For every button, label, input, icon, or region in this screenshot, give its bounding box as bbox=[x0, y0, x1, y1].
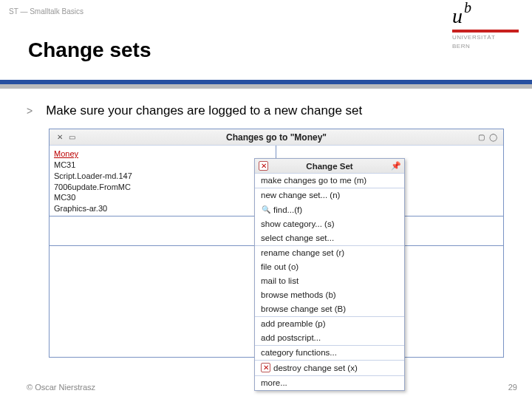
menu-item-find[interactable]: 🔍 find...(f) bbox=[255, 202, 404, 217]
menu-item-mail[interactable]: mail to list bbox=[255, 274, 404, 288]
list-item[interactable]: Graphics-ar.30 bbox=[54, 203, 271, 214]
menu-item-file-out[interactable]: file out (o) bbox=[255, 260, 404, 274]
slide-header: ST — Smalltalk Basics Change sets ub UNI… bbox=[0, 0, 532, 80]
expand-icon[interactable]: ◯ bbox=[488, 133, 497, 142]
menu-item-select-changeset[interactable]: select change set... bbox=[255, 231, 404, 245]
list-item[interactable]: Money bbox=[54, 149, 271, 160]
bullet-text: Make sure your changes are logged to a n… bbox=[46, 103, 362, 118]
university-logo: ub UNIVERSITÄT BERN bbox=[452, 4, 519, 50]
list-item[interactable]: Script.Loader-md.147 bbox=[54, 171, 271, 182]
selector-pane-left[interactable] bbox=[50, 216, 276, 246]
menu-item-category-functions[interactable]: category functions... bbox=[255, 345, 404, 360]
page-number: 29 bbox=[508, 383, 517, 392]
bullet-line: > Make sure your changes are logged to a… bbox=[27, 103, 505, 118]
find-icon: 🔍 bbox=[261, 205, 270, 214]
bullet-chevron: > bbox=[27, 105, 33, 117]
slide-footer: © Oscar Nierstrasz 29 bbox=[27, 383, 517, 392]
menu-item-rename[interactable]: rename change set (r) bbox=[255, 245, 404, 260]
menu-item-add-postscript[interactable]: add postscript... bbox=[255, 331, 404, 345]
collapse-icon[interactable]: ▢ bbox=[477, 133, 485, 142]
copyright: © Oscar Nierstrasz bbox=[27, 383, 95, 392]
menu-item-show-category[interactable]: show category... (s) bbox=[255, 217, 404, 231]
close-icon[interactable]: ✕ bbox=[55, 133, 64, 142]
window-title: Changes go to "Money" bbox=[78, 132, 475, 143]
menu-item-label: find...(f) bbox=[273, 205, 302, 214]
breadcrumb: ST — Smalltalk Basics bbox=[9, 7, 83, 16]
menu-item-destroy[interactable]: ✕ destroy change set (x) bbox=[255, 360, 404, 375]
changeset-list-pane[interactable]: Money MC31 Script.Loader-md.147 7006upda… bbox=[50, 146, 276, 216]
list-item[interactable]: 7006update.FromMC bbox=[54, 182, 271, 193]
pin-icon[interactable]: 📌 bbox=[391, 161, 400, 171]
menu-title: Change Set bbox=[268, 162, 391, 171]
page-title: Change sets bbox=[28, 38, 151, 62]
logo-b-glyph: b bbox=[464, 0, 471, 16]
logo-u-glyph: u bbox=[452, 4, 463, 28]
window-titlebar[interactable]: ✕ ▭ Changes go to "Money" ▢ ◯ bbox=[50, 129, 503, 146]
list-item[interactable]: MC30 bbox=[54, 192, 271, 203]
menu-item-label: destroy change set (x) bbox=[273, 364, 358, 372]
menu-titlebar[interactable]: ✕ Change Set 📌 bbox=[255, 159, 404, 174]
menu-icon[interactable]: ▭ bbox=[67, 133, 76, 142]
close-icon[interactable]: ✕ bbox=[259, 161, 268, 171]
logo-line1: UNIVERSITÄT bbox=[452, 34, 519, 41]
list-item[interactable]: MC31 bbox=[54, 160, 271, 171]
menu-item-add-preamble[interactable]: add preamble (p) bbox=[255, 316, 404, 331]
logo-line2: BERN bbox=[452, 43, 519, 50]
changeset-context-menu: ✕ Change Set 📌 make changes go to me (m)… bbox=[254, 158, 405, 391]
logo-red-bar bbox=[452, 30, 519, 33]
delete-icon: ✕ bbox=[261, 363, 270, 372]
menu-item-browse-methods[interactable]: browse methods (b) bbox=[255, 288, 404, 302]
menu-item-new-changeset[interactable]: new change set... (n) bbox=[255, 188, 404, 202]
menu-item-make-changes[interactable]: make changes go to me (m) bbox=[255, 174, 404, 188]
menu-item-browse-changeset[interactable]: browse change set (B) bbox=[255, 302, 404, 316]
